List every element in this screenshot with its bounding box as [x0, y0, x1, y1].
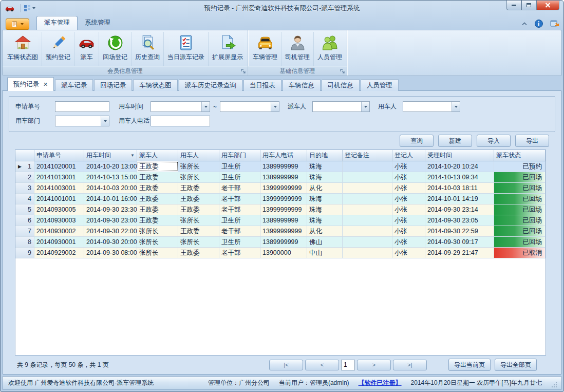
cell-order-no[interactable]: 20140930002 [34, 226, 84, 236]
info-icon[interactable] [535, 20, 543, 28]
cell-user[interactable]: 王政委 [178, 194, 219, 204]
row-indicator[interactable]: 5 [15, 204, 34, 215]
cell-remark[interactable] [343, 172, 392, 182]
cell-phone[interactable]: 13999999999 [260, 194, 307, 204]
phone-input[interactable] [151, 116, 210, 126]
tab-return-records[interactable]: 回场记录 [94, 79, 132, 91]
tab-vehicle-info[interactable]: 车辆信息 [283, 79, 321, 91]
table-row[interactable]: 5201409300052014-09-30 23:30王政委王政委老干部139… [15, 204, 546, 215]
row-indicator[interactable]: 6 [15, 215, 34, 226]
cell-destination[interactable]: 佛山 [307, 237, 343, 247]
cell-order-no[interactable]: 20141020001 [34, 161, 84, 172]
cell-destination[interactable]: 从化 [307, 183, 343, 193]
cell-registrar[interactable]: 小张 [392, 183, 425, 193]
cell-registrar[interactable]: 小张 [392, 226, 425, 236]
row-indicator[interactable]: 7 [15, 226, 34, 236]
cell-accept-time[interactable]: 2014-10-20 10:24 [425, 161, 494, 172]
cell-dept[interactable]: 卫生所 [219, 172, 260, 182]
header-use-time[interactable]: 用车时间▼ [84, 150, 137, 161]
collapse-ribbon-chevron-icon[interactable] [521, 22, 528, 26]
cell-registrar[interactable]: 小张 [392, 237, 425, 247]
history-query-button[interactable]: 历史查询 [131, 32, 164, 66]
dispatcher-combobox[interactable] [312, 101, 370, 112]
table-row[interactable]: 6201409300032014-09-30 23:00王政委张所长卫生所138… [15, 215, 546, 226]
cell-user[interactable]: 张所长 [178, 161, 219, 172]
driver-management-button[interactable]: 司机管理 [281, 32, 314, 66]
cell-destination[interactable]: 珠海 [307, 194, 343, 204]
cell-use-time[interactable]: 2014-09-30 20:00 [84, 237, 137, 247]
license-link[interactable]: 【软件已注册】 [359, 379, 402, 387]
cell-dept[interactable]: 老干部 [219, 204, 260, 215]
cell-user[interactable]: 王政委 [178, 248, 219, 258]
cell-dept[interactable]: 卫生所 [219, 161, 260, 172]
tab-personnel-management[interactable]: 人员管理 [361, 79, 399, 91]
cell-remark[interactable] [343, 237, 392, 247]
cell-dispatcher[interactable]: 王政委 [137, 194, 178, 204]
cell-dispatcher[interactable]: 张所长 [137, 237, 178, 247]
row-indicator[interactable]: ▶1 [15, 161, 34, 172]
prev-page-button[interactable]: < [305, 360, 339, 370]
cell-dispatcher[interactable]: 王政委 [137, 161, 178, 172]
close-tab-icon[interactable]: ✕ [43, 81, 48, 88]
cell-order-no[interactable]: 20140930003 [34, 215, 84, 226]
dept-combobox[interactable] [55, 116, 109, 126]
cell-order-no[interactable]: 20140930005 [34, 204, 84, 215]
header-status[interactable]: 派车状态 [494, 150, 546, 161]
header-dept[interactable]: 用车部门 [219, 150, 260, 161]
cell-registrar[interactable]: 小张 [392, 248, 425, 258]
cell-use-time[interactable]: 2014-09-30 23:00 [84, 215, 137, 226]
cell-use-time[interactable]: 2014-09-30 22:00 [84, 226, 137, 236]
next-page-button[interactable]: > [357, 360, 391, 370]
row-indicator[interactable]: 3 [15, 183, 34, 193]
user-combobox[interactable] [403, 101, 460, 112]
cell-status[interactable]: 已取消 [494, 248, 546, 258]
cell-use-time[interactable]: 2014-09-30 08:00 [84, 248, 137, 258]
cell-order-no[interactable]: 20141003001 [34, 183, 84, 193]
cell-dispatcher[interactable]: 张所长 [137, 226, 178, 236]
vehicle-status-map-button[interactable]: 车辆状态图 [4, 32, 42, 66]
row-indicator[interactable]: 8 [15, 237, 34, 247]
cell-use-time[interactable]: 2014-09-30 23:30 [84, 204, 137, 215]
use-time-to-combobox[interactable] [220, 101, 279, 112]
cell-destination[interactable]: 珠海 [307, 215, 343, 226]
cell-accept-time[interactable]: 2014-10-01 14:19 [425, 194, 494, 204]
cell-accept-time[interactable]: 2014-10-03 18:11 [425, 183, 494, 193]
header-dispatcher[interactable]: 派车人 [137, 150, 178, 161]
cell-user[interactable]: 王政委 [178, 204, 219, 215]
cell-destination[interactable]: 从化 [307, 226, 343, 236]
cell-status[interactable]: 已回场 [494, 226, 546, 236]
cell-dispatcher[interactable]: 王政委 [137, 172, 178, 182]
cell-remark[interactable] [343, 215, 392, 226]
cell-remark[interactable] [343, 248, 392, 258]
cell-phone[interactable]: 13999999999 [260, 204, 307, 215]
first-page-button[interactable]: |< [269, 360, 303, 370]
switch-window-icon[interactable] [550, 20, 559, 28]
cell-remark[interactable] [343, 161, 392, 172]
cell-remark[interactable] [343, 204, 392, 215]
cell-order-no[interactable]: 20140930001 [34, 237, 84, 247]
cell-user[interactable]: 张所长 [178, 215, 219, 226]
close-button[interactable] [536, 1, 559, 10]
cell-remark[interactable] [343, 194, 392, 204]
chevron-down-icon[interactable] [271, 102, 279, 111]
maximize-button[interactable] [521, 1, 536, 10]
reservation-register-button[interactable]: 预约登记 [42, 32, 74, 66]
dispatch-button[interactable]: 派车 [74, 32, 99, 66]
header-remark[interactable]: 登记备注 [343, 150, 392, 161]
cell-phone[interactable]: 1389999999 [260, 237, 307, 247]
cell-accept-time[interactable]: 2014-09-30 09:17 [425, 237, 494, 247]
cell-user[interactable]: 王政委 [178, 226, 219, 236]
today-dispatch-records-button[interactable]: 当日派车记录 [164, 32, 209, 66]
export-button[interactable]: 导出 [515, 135, 549, 147]
cell-registrar[interactable]: 小张 [392, 194, 425, 204]
dialog-launcher-icon[interactable] [241, 69, 246, 74]
header-phone[interactable]: 用车人电话 [260, 150, 307, 161]
cell-accept-time[interactable]: 2014-09-30 23:14 [425, 204, 494, 215]
table-row[interactable]: 9201409290022014-09-30 08:00张所长王政委老干部139… [15, 248, 546, 258]
cell-dept[interactable]: 老干部 [219, 194, 260, 204]
cell-destination[interactable]: 珠海 [307, 172, 343, 182]
cell-dispatcher[interactable]: 张所长 [137, 248, 178, 258]
tab-driver-info[interactable]: 司机信息 [322, 79, 360, 91]
cell-order-no[interactable]: 20141013001 [34, 172, 84, 182]
cell-dispatcher[interactable]: 王政委 [137, 183, 178, 193]
